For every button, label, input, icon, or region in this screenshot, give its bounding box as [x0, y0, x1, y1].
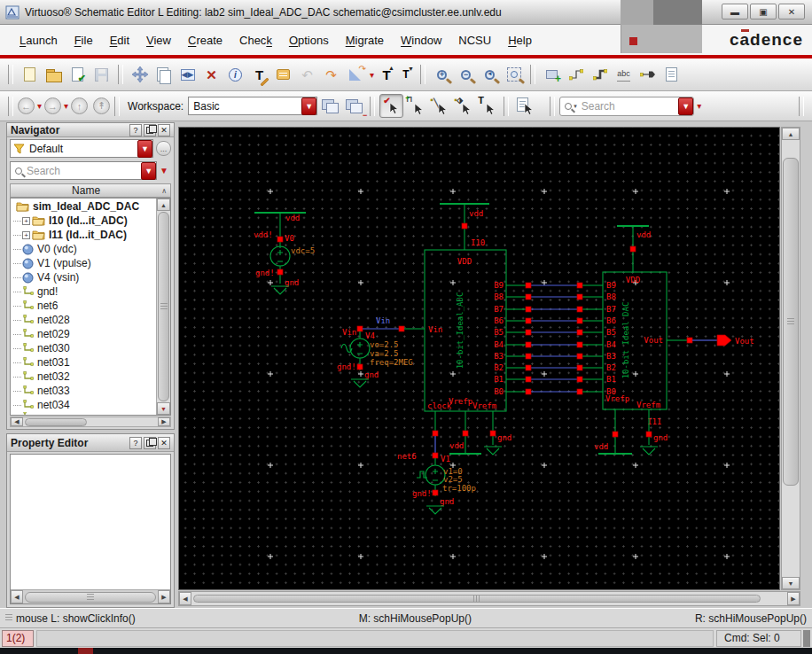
- adc-vrefm-gnd-label[interactable]: gnd: [497, 433, 511, 442]
- scroll-right-arrow[interactable]: ▶: [158, 417, 170, 426]
- adc-power-label[interactable]: VDD: [457, 257, 472, 266]
- stretch-button[interactable]: ◀▶: [176, 63, 199, 87]
- save-button[interactable]: [90, 63, 113, 87]
- v4-gnd-label[interactable]: gnd: [364, 370, 379, 379]
- v4-net-label[interactable]: Vin: [342, 328, 356, 337]
- navigator-float-button[interactable]: [144, 124, 156, 136]
- toolbar-grip[interactable]: [118, 65, 123, 84]
- property-editor-header[interactable]: Property Editor ? ✕: [7, 434, 174, 452]
- v4-prop-va[interactable]: va=2.5: [370, 349, 399, 358]
- dac-bit-pin[interactable]: [577, 318, 582, 323]
- v1-prop-tr[interactable]: tr=100p: [442, 484, 476, 493]
- expand-icon[interactable]: +: [22, 231, 30, 239]
- adc-bit-label[interactable]: B3: [494, 352, 504, 361]
- menu-migrate[interactable]: Migrate: [346, 34, 384, 47]
- search-options-arrow[interactable]: ▾: [697, 101, 701, 111]
- adc-bit-pin[interactable]: [526, 318, 531, 323]
- toolbar-grip[interactable]: [504, 97, 509, 116]
- create-pin-button[interactable]: [636, 63, 660, 87]
- undo-button[interactable]: ↶: [295, 63, 319, 87]
- adc-instance-label[interactable]: I10: [471, 238, 485, 247]
- menu-ncsu[interactable]: NCSU: [458, 34, 491, 47]
- toolbar-search-field[interactable]: ▾ Search ▼: [559, 97, 694, 116]
- v4-top-pin[interactable]: [357, 326, 363, 331]
- tree-item-I10 (Id...it_ADC)[interactable]: +I10 (Id...it_ADC): [11, 214, 156, 228]
- edit-properties-button[interactable]: [513, 94, 537, 118]
- vout-wire-pin[interactable]: [687, 338, 692, 343]
- create-block-button[interactable]: [660, 63, 683, 87]
- zoom-to-selected-button[interactable]: [502, 63, 526, 87]
- back-dropdown-arrow[interactable]: ▾: [37, 101, 42, 111]
- toolbar-grip[interactable]: [530, 65, 535, 84]
- property-editor-float-button[interactable]: [144, 437, 156, 449]
- toolbar-grip[interactable]: [114, 97, 120, 116]
- dac-bit-label[interactable]: B4: [606, 340, 616, 349]
- forward-dropdown-arrow[interactable]: ▾: [64, 101, 68, 111]
- adc-bit-pin[interactable]: [526, 283, 531, 288]
- menu-view[interactable]: View: [146, 34, 171, 47]
- adc-bit-pin[interactable]: [526, 294, 531, 300]
- dac-bit-pin[interactable]: [577, 294, 582, 300]
- tree-item-net033[interactable]: net033: [11, 384, 156, 398]
- dac-instance-i11[interactable]: vdd VDD 10-bit Ideal DAC Vout Vout Vrefp…: [594, 226, 754, 455]
- vin-wire-pin[interactable]: [399, 326, 404, 331]
- v4-bot-pin[interactable]: [357, 364, 363, 370]
- vout-label[interactable]: Vout: [735, 337, 754, 346]
- dac-bit-pin[interactable]: [577, 389, 582, 394]
- dac-bit-pin[interactable]: [577, 283, 582, 288]
- tree-item-V1 (vpulse)[interactable]: V1 (vpulse): [11, 256, 156, 270]
- scroll-left-arrow[interactable]: ◀: [11, 417, 23, 426]
- scroll-up-arrow[interactable]: ▲: [782, 128, 800, 140]
- scroll-left-arrow[interactable]: ◀: [179, 592, 191, 605]
- v4-net-bot-label[interactable]: gnd!: [337, 362, 356, 371]
- tree-item-I11 (Id...it_DAC)[interactable]: +I11 (Id...it_DAC): [11, 228, 156, 242]
- adc-bit-pin[interactable]: [526, 342, 531, 347]
- scroll-right-arrow[interactable]: ▶: [158, 590, 170, 603]
- filter-dropdown-arrow[interactable]: ▼: [137, 140, 152, 158]
- navigator-header[interactable]: Navigator ? ✕: [7, 123, 174, 137]
- scroll-down-arrow[interactable]: ▼: [157, 402, 170, 415]
- zoom-in-button[interactable]: +: [430, 63, 454, 87]
- adc-bit-label[interactable]: B6: [494, 316, 504, 325]
- v0-minus-pin[interactable]: [277, 269, 283, 275]
- tree-item-partial[interactable]: [11, 412, 156, 415]
- navigator-help-button[interactable]: ?: [129, 124, 142, 136]
- navigator-search-field[interactable]: Search ▼: [10, 161, 157, 180]
- tree-item-net032[interactable]: net032: [11, 370, 156, 384]
- toolbar-grip[interactable]: [550, 97, 555, 116]
- dac-bit-pin[interactable]: [577, 365, 582, 370]
- dac-vrefm-pin[interactable]: [646, 432, 652, 437]
- tree-horizontal-scrollbar[interactable]: ◀ ▶: [10, 417, 171, 427]
- tree-item-net030[interactable]: net030: [11, 341, 156, 355]
- vsin-source-v4[interactable]: Vin Vin V4 vo=2.5 va=2.5 freq=2MEG: [337, 316, 425, 387]
- v1-gnd-label[interactable]: gnd: [440, 497, 454, 506]
- dac-cell-label[interactable]: 10-bit Ideal DAC: [621, 302, 630, 379]
- adc-bit-label[interactable]: B7: [494, 305, 504, 314]
- back-button[interactable]: ←: [18, 97, 35, 114]
- scroll-up-arrow[interactable]: ▲: [157, 199, 170, 211]
- canvas-vertical-scrollbar[interactable]: ▲ ▼: [781, 127, 800, 590]
- adc-vrefm-pin-label[interactable]: Vrefm: [472, 401, 496, 410]
- adc-bit-label[interactable]: B8: [494, 292, 504, 301]
- scroll-thumb[interactable]: [158, 212, 169, 401]
- adc-bit-label[interactable]: B2: [494, 363, 504, 372]
- vdc-source-v0[interactable]: vdd vdd! V0 vdc=5 gnd! gnd: [254, 213, 315, 294]
- toolbar-grip[interactable]: [799, 97, 804, 116]
- menu-help[interactable]: Help: [508, 34, 532, 47]
- adc-bit-pin[interactable]: [526, 354, 531, 359]
- zoom-out-button[interactable]: −: [454, 63, 478, 87]
- save-workspace-button[interactable]: [317, 94, 341, 118]
- forward-button[interactable]: →: [44, 97, 61, 114]
- v0-name-label[interactable]: V0: [285, 234, 294, 243]
- tree-item-net034[interactable]: net034: [11, 398, 156, 412]
- new-cellview-button[interactable]: [18, 63, 42, 87]
- resize-grip[interactable]: [803, 630, 810, 647]
- dac-bit-label[interactable]: B6: [606, 316, 616, 325]
- maximize-button[interactable]: ▣: [750, 4, 777, 19]
- adc-bit-label[interactable]: B4: [494, 340, 504, 349]
- tree-column-header[interactable]: Name ∧: [10, 183, 171, 198]
- adc-bit-pin[interactable]: [526, 330, 531, 335]
- menu-create[interactable]: Create: [188, 34, 223, 47]
- schematic-canvas[interactable]: vdd vdd! V0 vdc=5 gnd! gnd: [178, 127, 780, 590]
- sort-ascending-icon[interactable]: ∧: [161, 187, 170, 195]
